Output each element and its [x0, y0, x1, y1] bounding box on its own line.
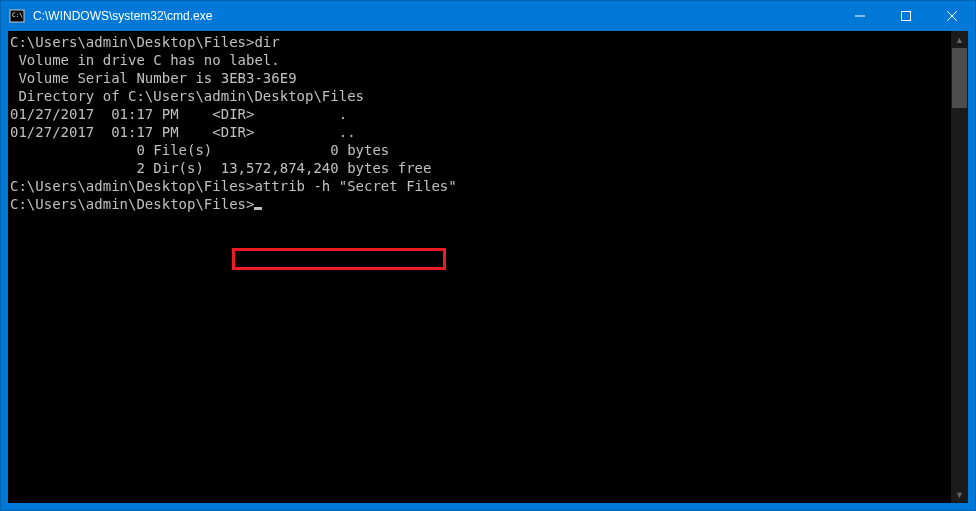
- minimize-button[interactable]: [837, 1, 883, 31]
- scroll-up-arrow[interactable]: ▲: [951, 31, 968, 48]
- terminal-output[interactable]: C:\Users\admin\Desktop\Files>dir Volume …: [8, 31, 951, 503]
- prompt-text: C:\Users\admin\Desktop\Files>: [10, 178, 254, 194]
- terminal-line: 01/27/2017 01:17 PM <DIR> ..: [10, 123, 951, 141]
- terminal-line: 0 File(s) 0 bytes: [10, 141, 951, 159]
- scroll-thumb[interactable]: [952, 48, 967, 108]
- svg-text:C:\: C:\: [12, 11, 23, 18]
- terminal-line: Directory of C:\Users\admin\Desktop\File…: [10, 87, 951, 105]
- terminal-line: 2 Dir(s) 13,572,874,240 bytes free: [10, 159, 951, 177]
- titlebar[interactable]: C:\ C:\WINDOWS\system32\cmd.exe: [1, 1, 975, 31]
- svg-rect-3: [902, 12, 911, 21]
- cmd-window: C:\ C:\WINDOWS\system32\cmd.exe C:\Users…: [0, 0, 976, 511]
- client-area: C:\Users\admin\Desktop\Files>dir Volume …: [8, 31, 968, 503]
- cmd-icon: C:\: [9, 8, 25, 24]
- prompt-text: C:\Users\admin\Desktop\Files>: [10, 196, 254, 212]
- terminal-line: 01/27/2017 01:17 PM <DIR> .: [10, 105, 951, 123]
- prompt-text: C:\Users\admin\Desktop\Files>: [10, 34, 254, 50]
- window-title: C:\WINDOWS\system32\cmd.exe: [33, 9, 837, 23]
- command-text: attrib -h "Secret Files": [254, 178, 456, 194]
- terminal-line: C:\Users\admin\Desktop\Files>: [10, 195, 951, 213]
- text-cursor: [254, 207, 262, 210]
- terminal-line: Volume in drive C has no label.: [10, 51, 951, 69]
- terminal-line: C:\Users\admin\Desktop\Files>dir: [10, 33, 951, 51]
- scroll-down-arrow[interactable]: ▼: [951, 486, 968, 503]
- close-button[interactable]: [929, 1, 975, 31]
- terminal-line: Volume Serial Number is 3EB3-36E9: [10, 69, 951, 87]
- maximize-button[interactable]: [883, 1, 929, 31]
- vertical-scrollbar[interactable]: ▲ ▼: [951, 31, 968, 503]
- terminal-line: C:\Users\admin\Desktop\Files>attrib -h "…: [10, 177, 951, 195]
- window-controls: [837, 1, 975, 31]
- command-text: dir: [254, 34, 279, 50]
